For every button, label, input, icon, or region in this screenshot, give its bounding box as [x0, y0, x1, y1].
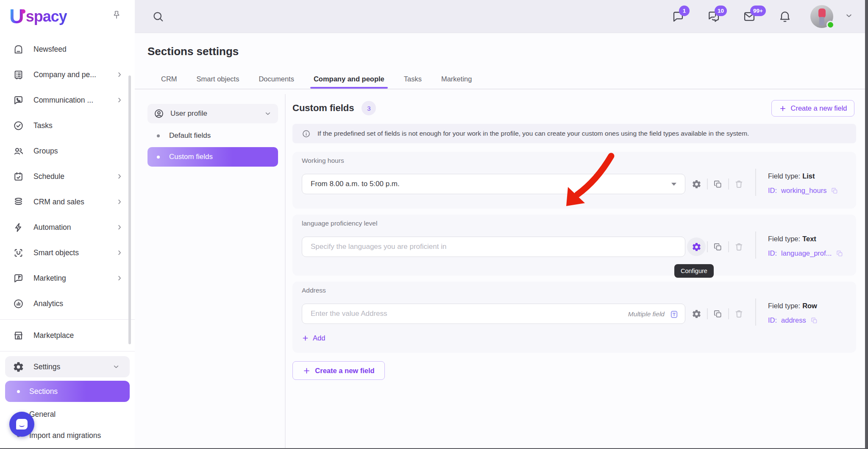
- bullet-dot: [157, 134, 160, 137]
- bullet-dot: [157, 156, 160, 159]
- subnav-item-label: Default fields: [169, 131, 211, 140]
- configure-field-icon[interactable]: [689, 177, 704, 191]
- configure-field-icon[interactable]: [687, 237, 706, 256]
- chevron-down-icon: [264, 109, 272, 118]
- subnav-item-custom-fields[interactable]: Custom fields: [147, 147, 278, 167]
- main-area: Sections settings CRM Smart objects Docu…: [135, 33, 868, 449]
- sidebar-item-newsfeed[interactable]: Newsfeed: [0, 36, 135, 62]
- team-chats-icon[interactable]: 10: [707, 10, 721, 23]
- company-icon: [13, 69, 24, 81]
- sidebar-item-analytics[interactable]: Analytics: [0, 291, 135, 316]
- tabs: CRM Smart objects Documents Company and …: [157, 71, 476, 89]
- user-profile-group[interactable]: User profile: [147, 104, 278, 123]
- field-label: Address: [302, 287, 326, 294]
- calendar-icon: [13, 171, 24, 182]
- working-hours-select[interactable]: From 8.00 a.m. to 5:00 p.m.: [302, 174, 685, 194]
- duplicate-field-icon[interactable]: [710, 240, 725, 254]
- chat-icon[interactable]: 1: [671, 10, 685, 23]
- pin-sidebar-icon[interactable]: [111, 9, 122, 22]
- tab-smart-objects[interactable]: Smart objects: [192, 71, 244, 89]
- delete-field-icon[interactable]: [732, 177, 746, 191]
- bell-icon[interactable]: [778, 10, 792, 23]
- field-type-value: List: [802, 172, 815, 180]
- create-new-field-button-bottom[interactable]: Create a new field: [292, 361, 385, 380]
- sidebar-divider: [0, 351, 135, 351]
- support-chat-button[interactable]: [9, 412, 34, 437]
- info-banner: If the predefined set of fields is not e…: [292, 124, 856, 143]
- icon-separator: [728, 308, 729, 319]
- sidebar-item-label: Settings: [33, 363, 60, 371]
- mail-icon[interactable]: 99+: [743, 10, 756, 23]
- address-input[interactable]: [302, 304, 685, 324]
- sidebar-item-label: Analytics: [33, 299, 63, 308]
- sidebar-item-groups[interactable]: Groups: [0, 138, 135, 164]
- add-value-button[interactable]: Add: [302, 334, 325, 342]
- configure-field-icon[interactable]: [689, 307, 704, 321]
- copy-id-icon[interactable]: [836, 250, 843, 257]
- language-proficiency-input[interactable]: [302, 237, 685, 257]
- sidebar-item-settings[interactable]: Settings: [5, 356, 130, 377]
- field-label: Working hours: [302, 157, 344, 165]
- sidebar-item-sections[interactable]: Sections: [5, 381, 130, 402]
- subnav-item-default-fields[interactable]: Default fields: [147, 128, 278, 143]
- logo-text: spacy: [26, 8, 67, 25]
- home-icon: [13, 44, 24, 55]
- sidebar-item-marketplace[interactable]: Marketplace: [0, 323, 135, 348]
- sidebar-item-label: Schedule: [33, 172, 64, 181]
- multiple-field-tag: Multiple field: [628, 304, 679, 324]
- search-icon[interactable]: [152, 10, 164, 23]
- plus-icon: [779, 105, 787, 112]
- chevron-right-icon: [115, 198, 124, 206]
- sidebar-item-tasks[interactable]: Tasks: [0, 113, 135, 138]
- field-id-label: ID:: [768, 249, 777, 257]
- chevron-right-icon: [115, 248, 124, 257]
- field-id-line[interactable]: ID: working_hours: [768, 187, 838, 195]
- sidebar-item-company-and-people[interactable]: Company and pe...: [0, 62, 135, 87]
- icon-separator: [728, 178, 729, 190]
- delete-field-icon[interactable]: [732, 240, 746, 254]
- sidebar-item-label: Smart objects: [33, 248, 79, 257]
- sidebar-scrollbar[interactable]: [128, 75, 131, 344]
- copy-id-icon[interactable]: [831, 187, 838, 195]
- check-circle-icon: [13, 120, 24, 131]
- delete-field-icon[interactable]: [732, 307, 746, 321]
- language-input-wrap: [302, 237, 685, 257]
- avatar[interactable]: [810, 5, 833, 28]
- duplicate-field-icon[interactable]: [710, 307, 725, 321]
- sidebar-item-communication[interactable]: Communication ...: [0, 87, 135, 113]
- sidebar-item-smart-objects[interactable]: Smart objects: [0, 240, 135, 265]
- sidebar-item-marketing[interactable]: Marketing: [0, 265, 135, 291]
- marketing-icon: [13, 273, 24, 284]
- field-id-line[interactable]: ID: address: [768, 316, 818, 324]
- logo-u-mark: U: [9, 5, 24, 28]
- sidebar-nav: Newsfeed Company and pe... Communication…: [0, 36, 135, 446]
- sidebar-item-crm-and-sales[interactable]: CRM and sales: [0, 189, 135, 215]
- sidebar-item-label: Automation: [33, 223, 71, 232]
- icon-separator: [707, 241, 708, 252]
- chat-badge: 1: [679, 6, 690, 16]
- field-type-line: Field type:Text: [768, 235, 816, 243]
- create-new-field-label: Create a new field: [315, 367, 374, 375]
- icon-separator: [728, 241, 729, 252]
- chat-bubble-icon: [16, 419, 28, 429]
- field-id-line[interactable]: ID: language_prof...: [768, 249, 843, 257]
- tab-tasks[interactable]: Tasks: [400, 71, 426, 89]
- chevron-right-icon: [115, 274, 124, 282]
- field-type-label: Field type:: [768, 235, 800, 243]
- sidebar-item-schedule[interactable]: Schedule: [0, 164, 135, 189]
- account-chevron-down-icon[interactable]: [844, 11, 854, 22]
- sidebar-item-automation[interactable]: Automation: [0, 215, 135, 240]
- window-scrollbar[interactable]: [865, 0, 868, 449]
- multiple-field-icon[interactable]: [668, 309, 679, 320]
- tab-company-and-people[interactable]: Company and people: [309, 71, 389, 89]
- tab-documents[interactable]: Documents: [254, 71, 298, 89]
- tab-crm[interactable]: CRM: [157, 71, 181, 89]
- subnav-item-label: Custom fields: [169, 153, 213, 161]
- uspacy-logo[interactable]: U spacy: [9, 5, 67, 28]
- field-info-divider: [755, 298, 756, 326]
- copy-id-icon[interactable]: [810, 317, 818, 324]
- tab-marketing[interactable]: Marketing: [437, 71, 476, 89]
- duplicate-field-icon[interactable]: [710, 177, 725, 191]
- user-circle-icon: [153, 108, 164, 119]
- create-new-field-button[interactable]: Create a new field: [771, 100, 854, 117]
